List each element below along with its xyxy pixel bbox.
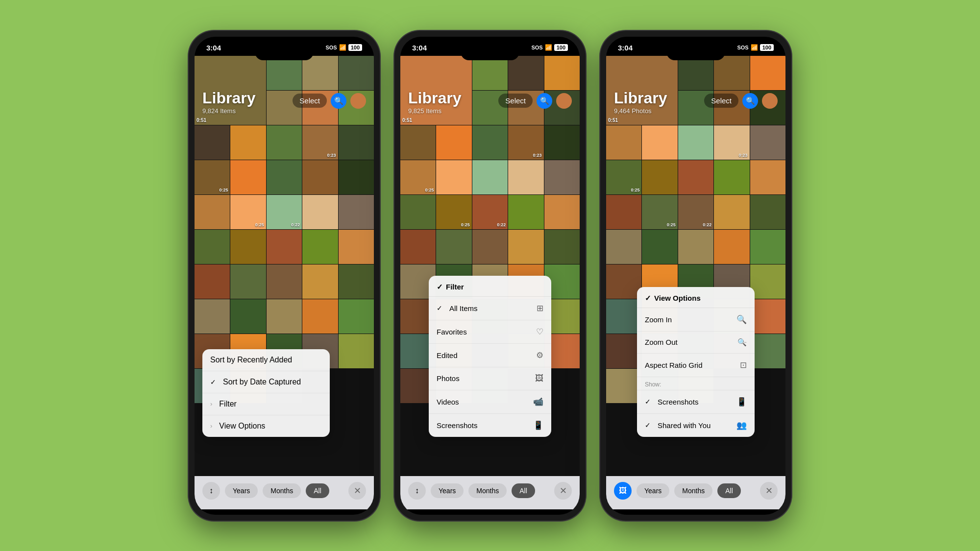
screenshots-row: ✓ Screenshots (645, 398, 698, 406)
library-title-2: Library (408, 89, 461, 107)
shared-label: Shared with You (658, 421, 710, 430)
battery-icon-3: 100 (760, 44, 774, 51)
view-options-label: View Options (219, 422, 265, 431)
photo-content-2: 0:510:230:250:250:22 Library 9,825 Items… (400, 56, 580, 476)
battery-icon-1: 100 (348, 44, 362, 51)
select-button-1[interactable]: Select (293, 94, 327, 108)
phone-3: 3:04 SOS 📶 100 0:510:230:250:250:22 Libr… (600, 31, 791, 521)
all-tab-2[interactable]: All (512, 483, 535, 498)
zoom-in-icon: 🔍 (736, 314, 747, 325)
shared-row: ✓ Shared with You (645, 421, 710, 430)
close-button-3[interactable]: ✕ (760, 482, 778, 500)
photos-label: Photos (437, 374, 460, 383)
all-items-check: ✓ (437, 304, 442, 312)
header-text-2: Library 9,825 Items (408, 89, 461, 115)
screenshots-item-view[interactable]: ✓ Screenshots 📱 (637, 390, 755, 414)
edited-label: Edited (437, 351, 458, 359)
select-button-3[interactable]: Select (704, 94, 738, 108)
grid-icon: ⊞ (537, 303, 543, 313)
all-items-label: All Items (449, 304, 478, 312)
dynamic-island-2 (461, 44, 519, 60)
screenshots-item-filter[interactable]: Screenshots 📱 (429, 414, 551, 437)
favorites-label: Favorites (437, 328, 467, 336)
photo-content-1: 0:510:230:250:250:22 Library 9,824 Items… (195, 56, 374, 476)
all-tab-1[interactable]: All (306, 483, 329, 498)
videos-item[interactable]: Videos 📹 (429, 390, 551, 414)
favorites-item[interactable]: Favorites ♡ (429, 320, 551, 344)
avatar-1[interactable] (350, 93, 366, 109)
phone-screen-1: 3:04 SOS 📶 100 0:510:230:250:250:22 Libr… (195, 37, 374, 515)
zoom-in-item[interactable]: Zoom In 🔍 (637, 308, 755, 332)
item-count-1: 9,824 Items (202, 107, 255, 115)
sort-recently-added[interactable]: Sort by Recently Added (202, 349, 330, 371)
screenshots-check: ✓ (645, 398, 651, 406)
view-options-header: ✓ View Options (637, 287, 755, 308)
sort-date-captured[interactable]: ✓ Sort by Date Captured (202, 371, 330, 393)
aspect-ratio-label: Aspect Ratio Grid (645, 361, 703, 369)
close-button-1[interactable]: ✕ (348, 482, 366, 500)
search-button-3[interactable]: 🔍 (742, 93, 758, 109)
sos-label-3: SOS (737, 45, 748, 50)
bottom-bar-1: ↕ Years Months All ✕ (195, 476, 374, 509)
grid-view-button[interactable]: 🖼 (614, 482, 632, 500)
avatar-2[interactable] (556, 93, 572, 109)
time-3: 3:04 (618, 44, 633, 52)
wifi-icon-2: 📶 (545, 44, 552, 51)
months-tab-3[interactable]: Months (674, 483, 712, 498)
filter-item[interactable]: › Filter (202, 393, 330, 415)
years-tab-1[interactable]: Years (225, 483, 258, 498)
zoom-out-item[interactable]: Zoom Out 🔍－ (637, 332, 755, 354)
bottom-bar-2: ↕ Years Months All ✕ (400, 476, 580, 509)
edited-item[interactable]: Edited ⚙ (429, 344, 551, 367)
status-icons-1: SOS 📶 100 (325, 44, 362, 51)
view-options-popup: ✓ View Options Zoom In 🔍 Zoom Out 🔍－ Asp… (637, 287, 755, 437)
search-button-1[interactable]: 🔍 (331, 93, 346, 109)
years-tab-2[interactable]: Years (431, 483, 464, 498)
videos-label: Videos (437, 398, 459, 406)
search-button-2[interactable]: 🔍 (537, 93, 552, 109)
phone-1: 3:04 SOS 📶 100 0:510:230:250:250:22 Libr… (189, 31, 380, 521)
view-options-item[interactable]: › View Options (202, 415, 330, 437)
all-items-item[interactable]: ✓ All Items ⊞ (429, 297, 551, 320)
sort-icon-1[interactable]: ↕ (202, 482, 220, 500)
status-icons-3: SOS 📶 100 (737, 44, 774, 51)
video-icon: 📹 (533, 397, 543, 407)
shared-item[interactable]: ✓ Shared with You 👥 (637, 414, 755, 437)
wifi-icon-1: 📶 (339, 44, 346, 51)
aspect-ratio-item[interactable]: Aspect Ratio Grid ⊡ (637, 354, 755, 377)
header-buttons-1: Select 🔍 (293, 93, 366, 109)
sliders-icon: ⚙ (536, 350, 543, 360)
all-tab-3[interactable]: All (717, 483, 741, 498)
show-section: Show: (637, 377, 755, 390)
view-options-title: View Options (654, 294, 701, 302)
aspect-ratio-icon: ⊡ (740, 360, 747, 370)
close-button-2[interactable]: ✕ (554, 482, 572, 500)
sort-popup-1: Sort by Recently Added ✓ Sort by Date Ca… (202, 349, 330, 437)
battery-icon-2: 100 (554, 44, 568, 51)
sort-date-label: Sort by Date Captured (223, 378, 301, 386)
months-tab-2[interactable]: Months (468, 483, 507, 498)
home-indicator-3 (666, 509, 725, 512)
screenshots-label-filter: Screenshots (437, 421, 477, 430)
item-count-3: 9,464 Photos (614, 107, 667, 115)
home-indicator-2 (461, 509, 519, 512)
avatar-3[interactable] (762, 93, 778, 109)
phone-screen-3: 3:04 SOS 📶 100 0:510:230:250:250:22 Libr… (606, 37, 785, 515)
filter-check-icon: ✓ (437, 283, 443, 291)
library-title-1: Library (202, 89, 255, 107)
months-tab-1[interactable]: Months (263, 483, 301, 498)
filter-header: ✓ Filter (429, 276, 551, 297)
header-1: Library 9,824 Items Select 🔍 (195, 85, 374, 119)
filter-popup: ✓ Filter ✓ All Items ⊞ Favorites ♡ Edite… (429, 276, 551, 437)
sort-icon-2[interactable]: ↕ (408, 482, 426, 500)
photos-item[interactable]: Photos 🖼 (429, 367, 551, 390)
years-tab-3[interactable]: Years (637, 483, 669, 498)
dynamic-island-3 (666, 44, 725, 60)
library-title-3: Library (614, 89, 667, 107)
header-3: Library 9,464 Photos Select 🔍 (606, 85, 785, 119)
time-1: 3:04 (206, 44, 221, 52)
phone-screen-2: 3:04 SOS 📶 100 0:510:230:250:250:22 Libr… (400, 37, 580, 515)
photo-content-3: 0:510:230:250:250:22 Library 9,464 Photo… (606, 56, 785, 476)
select-button-2[interactable]: Select (498, 94, 533, 108)
screenshots-label-view: Screenshots (658, 398, 698, 406)
